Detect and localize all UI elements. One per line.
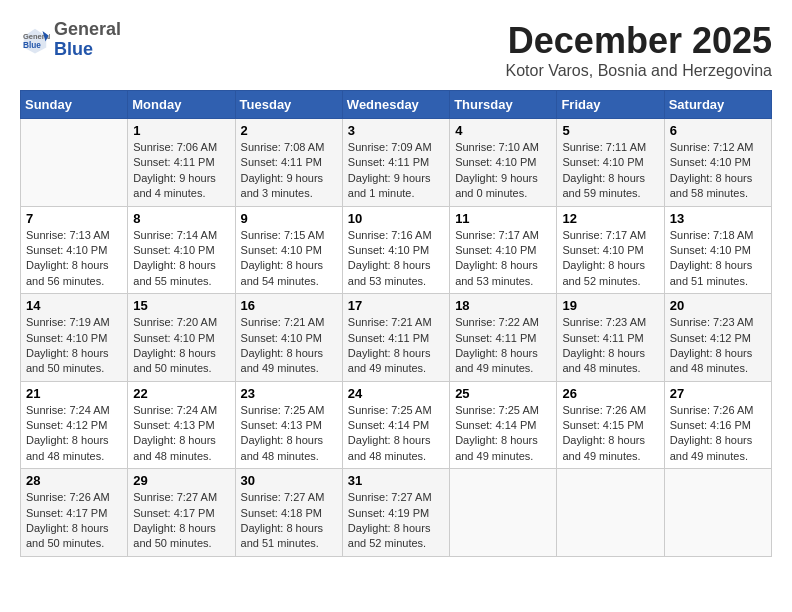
day-number: 22: [133, 386, 229, 401]
day-number: 28: [26, 473, 122, 488]
day-info: Sunrise: 7:13 AMSunset: 4:10 PMDaylight:…: [26, 228, 122, 290]
day-info: Sunrise: 7:22 AMSunset: 4:11 PMDaylight:…: [455, 315, 551, 377]
day-info: Sunrise: 7:12 AMSunset: 4:10 PMDaylight:…: [670, 140, 766, 202]
day-number: 20: [670, 298, 766, 313]
calendar-cell: 18Sunrise: 7:22 AMSunset: 4:11 PMDayligh…: [450, 294, 557, 382]
day-number: 8: [133, 211, 229, 226]
calendar-cell: 8Sunrise: 7:14 AMSunset: 4:10 PMDaylight…: [128, 206, 235, 294]
day-number: 5: [562, 123, 658, 138]
day-info: Sunrise: 7:25 AMSunset: 4:13 PMDaylight:…: [241, 403, 337, 465]
calendar-cell: 30Sunrise: 7:27 AMSunset: 4:18 PMDayligh…: [235, 469, 342, 557]
weekday-header-monday: Monday: [128, 91, 235, 119]
day-number: 13: [670, 211, 766, 226]
calendar-cell: 20Sunrise: 7:23 AMSunset: 4:12 PMDayligh…: [664, 294, 771, 382]
day-number: 6: [670, 123, 766, 138]
title-section: December 2025 Kotor Varos, Bosnia and He…: [505, 20, 772, 80]
day-info: Sunrise: 7:24 AMSunset: 4:12 PMDaylight:…: [26, 403, 122, 465]
day-info: Sunrise: 7:23 AMSunset: 4:11 PMDaylight:…: [562, 315, 658, 377]
day-number: 2: [241, 123, 337, 138]
calendar-cell: 5Sunrise: 7:11 AMSunset: 4:10 PMDaylight…: [557, 119, 664, 207]
day-info: Sunrise: 7:24 AMSunset: 4:13 PMDaylight:…: [133, 403, 229, 465]
logo-text: General Blue: [54, 20, 121, 60]
day-info: Sunrise: 7:15 AMSunset: 4:10 PMDaylight:…: [241, 228, 337, 290]
day-number: 29: [133, 473, 229, 488]
day-number: 14: [26, 298, 122, 313]
calendar-cell: 25Sunrise: 7:25 AMSunset: 4:14 PMDayligh…: [450, 381, 557, 469]
day-number: 17: [348, 298, 444, 313]
header: General Blue General Blue December 2025 …: [20, 20, 772, 80]
day-info: Sunrise: 7:16 AMSunset: 4:10 PMDaylight:…: [348, 228, 444, 290]
day-number: 19: [562, 298, 658, 313]
day-info: Sunrise: 7:18 AMSunset: 4:10 PMDaylight:…: [670, 228, 766, 290]
day-number: 25: [455, 386, 551, 401]
day-info: Sunrise: 7:21 AMSunset: 4:10 PMDaylight:…: [241, 315, 337, 377]
day-number: 11: [455, 211, 551, 226]
day-info: Sunrise: 7:26 AMSunset: 4:16 PMDaylight:…: [670, 403, 766, 465]
calendar-cell: 12Sunrise: 7:17 AMSunset: 4:10 PMDayligh…: [557, 206, 664, 294]
calendar-cell: 19Sunrise: 7:23 AMSunset: 4:11 PMDayligh…: [557, 294, 664, 382]
calendar-cell: 13Sunrise: 7:18 AMSunset: 4:10 PMDayligh…: [664, 206, 771, 294]
day-number: 12: [562, 211, 658, 226]
calendar-week-row: 14Sunrise: 7:19 AMSunset: 4:10 PMDayligh…: [21, 294, 772, 382]
day-number: 30: [241, 473, 337, 488]
day-number: 9: [241, 211, 337, 226]
day-info: Sunrise: 7:17 AMSunset: 4:10 PMDaylight:…: [562, 228, 658, 290]
calendar-week-row: 21Sunrise: 7:24 AMSunset: 4:12 PMDayligh…: [21, 381, 772, 469]
svg-text:Blue: Blue: [23, 40, 41, 49]
calendar-cell: 28Sunrise: 7:26 AMSunset: 4:17 PMDayligh…: [21, 469, 128, 557]
calendar-week-row: 28Sunrise: 7:26 AMSunset: 4:17 PMDayligh…: [21, 469, 772, 557]
location-title: Kotor Varos, Bosnia and Herzegovina: [505, 62, 772, 80]
calendar-week-row: 7Sunrise: 7:13 AMSunset: 4:10 PMDaylight…: [21, 206, 772, 294]
logo-blue: Blue: [54, 40, 121, 60]
day-info: Sunrise: 7:09 AMSunset: 4:11 PMDaylight:…: [348, 140, 444, 202]
calendar-cell: 22Sunrise: 7:24 AMSunset: 4:13 PMDayligh…: [128, 381, 235, 469]
month-title: December 2025: [505, 20, 772, 62]
calendar-cell: 2Sunrise: 7:08 AMSunset: 4:11 PMDaylight…: [235, 119, 342, 207]
day-number: 21: [26, 386, 122, 401]
day-info: Sunrise: 7:25 AMSunset: 4:14 PMDaylight:…: [455, 403, 551, 465]
weekday-header-wednesday: Wednesday: [342, 91, 449, 119]
calendar-cell: 11Sunrise: 7:17 AMSunset: 4:10 PMDayligh…: [450, 206, 557, 294]
day-info: Sunrise: 7:14 AMSunset: 4:10 PMDaylight:…: [133, 228, 229, 290]
calendar-cell: 26Sunrise: 7:26 AMSunset: 4:15 PMDayligh…: [557, 381, 664, 469]
weekday-header-friday: Friday: [557, 91, 664, 119]
day-number: 18: [455, 298, 551, 313]
calendar-cell: [664, 469, 771, 557]
day-number: 1: [133, 123, 229, 138]
weekday-header-tuesday: Tuesday: [235, 91, 342, 119]
day-number: 23: [241, 386, 337, 401]
day-number: 4: [455, 123, 551, 138]
weekday-header-thursday: Thursday: [450, 91, 557, 119]
calendar-cell: 29Sunrise: 7:27 AMSunset: 4:17 PMDayligh…: [128, 469, 235, 557]
day-info: Sunrise: 7:23 AMSunset: 4:12 PMDaylight:…: [670, 315, 766, 377]
day-info: Sunrise: 7:06 AMSunset: 4:11 PMDaylight:…: [133, 140, 229, 202]
day-number: 24: [348, 386, 444, 401]
day-number: 27: [670, 386, 766, 401]
day-number: 16: [241, 298, 337, 313]
calendar-cell: 10Sunrise: 7:16 AMSunset: 4:10 PMDayligh…: [342, 206, 449, 294]
day-info: Sunrise: 7:26 AMSunset: 4:17 PMDaylight:…: [26, 490, 122, 552]
day-info: Sunrise: 7:26 AMSunset: 4:15 PMDaylight:…: [562, 403, 658, 465]
day-info: Sunrise: 7:17 AMSunset: 4:10 PMDaylight:…: [455, 228, 551, 290]
calendar-cell: [21, 119, 128, 207]
calendar-cell: [557, 469, 664, 557]
day-info: Sunrise: 7:08 AMSunset: 4:11 PMDaylight:…: [241, 140, 337, 202]
day-info: Sunrise: 7:11 AMSunset: 4:10 PMDaylight:…: [562, 140, 658, 202]
calendar-cell: [450, 469, 557, 557]
generalblue-logo-icon: General Blue: [20, 25, 50, 55]
logo: General Blue General Blue: [20, 20, 121, 60]
weekday-header-saturday: Saturday: [664, 91, 771, 119]
logo-general: General: [54, 20, 121, 40]
day-info: Sunrise: 7:27 AMSunset: 4:19 PMDaylight:…: [348, 490, 444, 552]
calendar-cell: 17Sunrise: 7:21 AMSunset: 4:11 PMDayligh…: [342, 294, 449, 382]
day-number: 7: [26, 211, 122, 226]
calendar-cell: 24Sunrise: 7:25 AMSunset: 4:14 PMDayligh…: [342, 381, 449, 469]
day-number: 10: [348, 211, 444, 226]
day-number: 31: [348, 473, 444, 488]
calendar-table: SundayMondayTuesdayWednesdayThursdayFrid…: [20, 90, 772, 557]
calendar-cell: 16Sunrise: 7:21 AMSunset: 4:10 PMDayligh…: [235, 294, 342, 382]
calendar-week-row: 1Sunrise: 7:06 AMSunset: 4:11 PMDaylight…: [21, 119, 772, 207]
day-number: 15: [133, 298, 229, 313]
day-info: Sunrise: 7:27 AMSunset: 4:17 PMDaylight:…: [133, 490, 229, 552]
day-info: Sunrise: 7:25 AMSunset: 4:14 PMDaylight:…: [348, 403, 444, 465]
